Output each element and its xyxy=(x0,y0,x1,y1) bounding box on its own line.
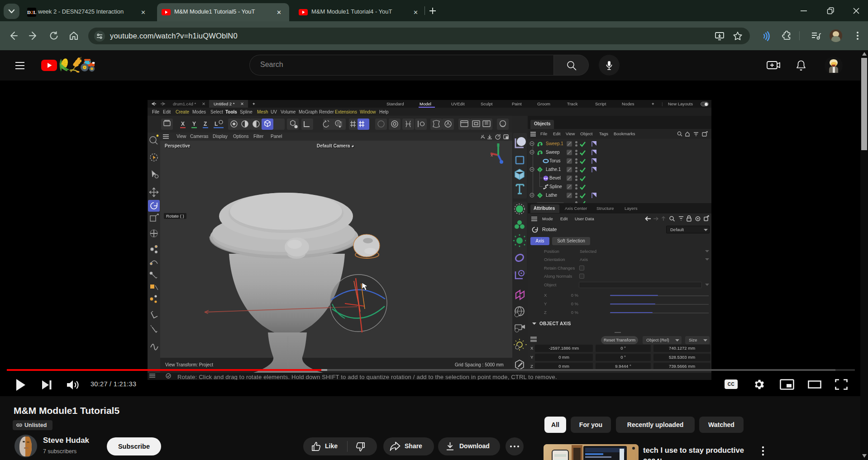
svg-text:Y: Y xyxy=(192,121,196,127)
svg-text:Z: Z xyxy=(204,121,207,127)
svg-text:L: L xyxy=(215,121,218,127)
svg-text:X: X xyxy=(181,121,185,127)
